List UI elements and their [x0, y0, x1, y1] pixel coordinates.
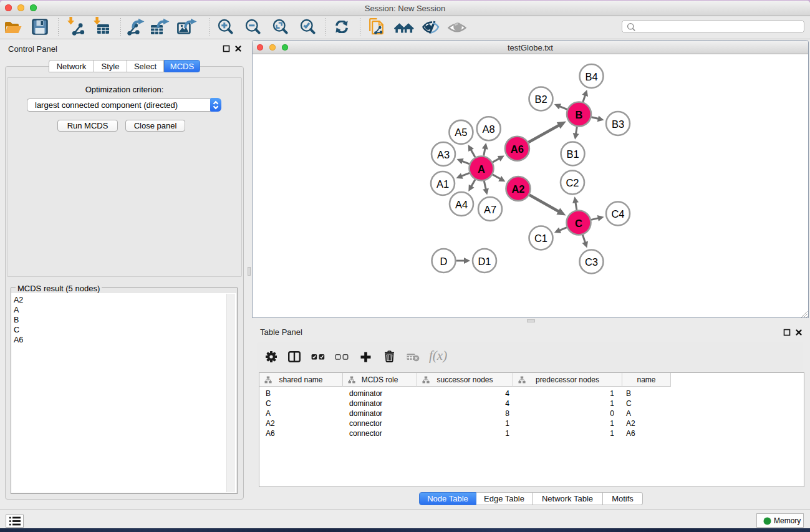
svg-text:C2: C2 [566, 177, 579, 188]
svg-text:A6: A6 [511, 143, 524, 155]
svg-text:A: A [478, 163, 485, 175]
svg-text:A3: A3 [437, 149, 450, 160]
svg-text:D: D [440, 256, 448, 267]
svg-text:B2: B2 [534, 94, 547, 105]
svg-text:C3: C3 [585, 256, 598, 268]
svg-text:D1: D1 [478, 256, 491, 267]
svg-text:B: B [576, 109, 583, 120]
svg-text:C1: C1 [534, 233, 547, 244]
svg-text:A7: A7 [484, 204, 496, 215]
svg-text:B3: B3 [612, 118, 624, 130]
svg-text:A5: A5 [455, 127, 467, 138]
svg-text:C: C [575, 218, 582, 229]
svg-text:B4: B4 [585, 71, 597, 82]
svg-text:A1: A1 [436, 178, 449, 190]
svg-text:C4: C4 [611, 208, 624, 220]
svg-text:A4: A4 [455, 199, 468, 210]
svg-text:B1: B1 [566, 148, 579, 160]
svg-text:A8: A8 [483, 123, 495, 135]
svg-text:A2: A2 [511, 183, 524, 195]
